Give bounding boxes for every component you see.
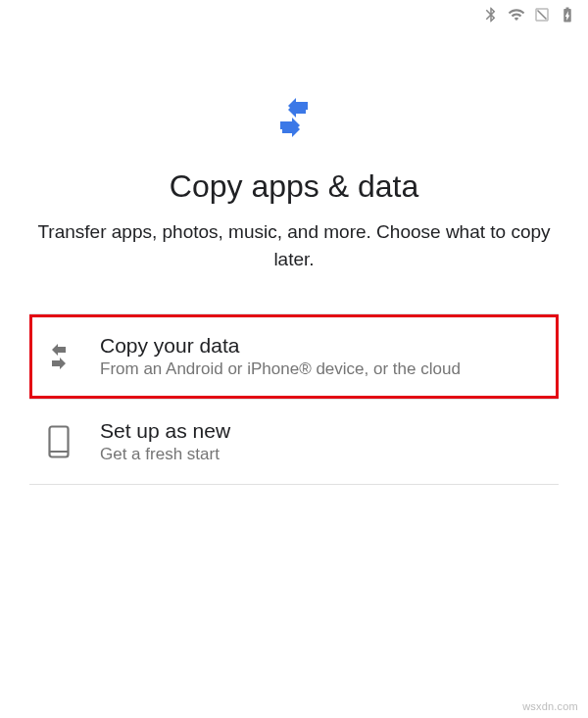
option-text: Copy your data From an Android or iPhone… <box>100 334 549 379</box>
option-text: Set up as new Get a fresh start <box>100 419 549 464</box>
hero-section: Copy apps & data Transfer apps, photos, … <box>0 98 588 272</box>
divider <box>29 484 559 485</box>
page-subtitle: Transfer apps, photos, music, and more. … <box>34 218 554 272</box>
option-subtitle: From an Android or iPhone® device, or th… <box>100 359 549 379</box>
status-bar <box>0 0 588 29</box>
watermark: wsxdn.com <box>522 700 578 712</box>
transfer-icon <box>35 343 82 370</box>
bluetooth-icon <box>482 6 500 27</box>
phone-icon <box>35 425 82 458</box>
option-copy-your-data[interactable]: Copy your data From an Android or iPhone… <box>29 314 559 399</box>
option-subtitle: Get a fresh start <box>100 445 549 464</box>
no-sim-icon <box>533 6 551 27</box>
svg-marker-2 <box>52 344 66 356</box>
options-list: Copy your data From an Android or iPhone… <box>0 313 588 485</box>
option-title: Copy your data <box>100 334 549 358</box>
svg-marker-3 <box>52 358 66 369</box>
transfer-hero-icon <box>270 98 318 145</box>
page-title: Copy apps & data <box>170 168 418 205</box>
option-set-up-as-new[interactable]: Set up as new Get a fresh start <box>29 400 559 484</box>
option-title: Set up as new <box>100 419 549 443</box>
wifi-icon <box>508 6 525 27</box>
battery-charging-icon <box>559 6 576 27</box>
